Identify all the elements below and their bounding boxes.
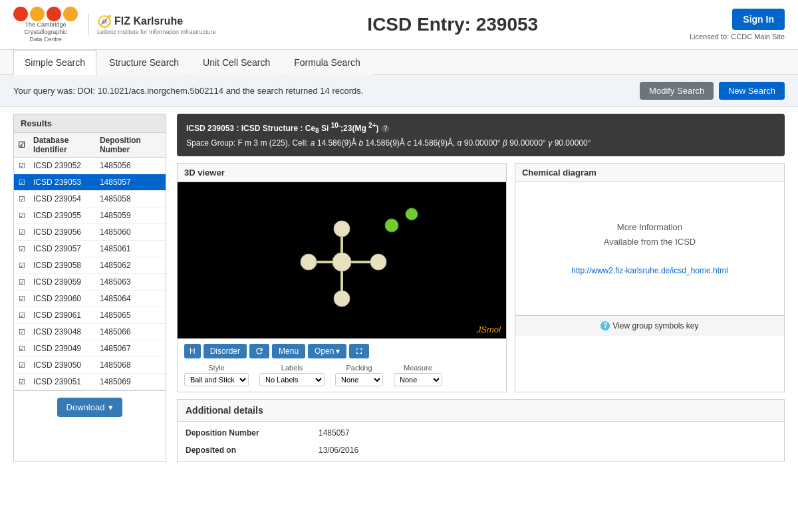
measure-select-group: Measure None Distance Angle <box>394 364 442 386</box>
download-button[interactable]: Download ▾ <box>57 398 123 417</box>
row-checkbox[interactable]: ☑ <box>14 191 29 207</box>
row-checkbox[interactable]: ☑ <box>14 357 29 374</box>
labels-select[interactable]: No Labels Element Atom Number <box>259 373 325 386</box>
fiz-name: FIZ Karlsruhe <box>114 15 183 27</box>
row-checkbox[interactable]: ☑ <box>14 207 29 224</box>
table-row[interactable]: ☑ICSD 2390611485065 <box>14 307 166 324</box>
btn-disorder[interactable]: Disorder <box>203 344 247 358</box>
table-row[interactable]: ☑ICSD 2390561485060 <box>14 224 166 241</box>
diagram-header: Chemical diagram <box>515 164 784 182</box>
checkbox-icon: ☑ <box>19 378 25 386</box>
row-checkbox[interactable]: ☑ <box>14 307 29 324</box>
labels-select-group: Labels No Labels Element Atom Number <box>259 364 325 386</box>
style-label: Style <box>184 364 249 372</box>
btn-menu[interactable]: Menu <box>272 344 305 358</box>
btn-h[interactable]: H <box>184 344 201 358</box>
app-header: The Cambridge Crystallographic Data Cent… <box>0 0 798 50</box>
table-row[interactable]: ☑ICSD 2390531485057 <box>14 174 166 191</box>
sign-in-button[interactable]: Sign In <box>732 9 785 30</box>
viewer-controls: H Disorder Menu Open ▾ <box>178 338 506 392</box>
row-dep-num: 1485057 <box>96 174 166 191</box>
diagram-content: More InformationAvailable from the ICSD … <box>515 182 784 315</box>
row-checkbox[interactable]: ☑ <box>14 324 29 340</box>
checkbox-icon: ☑ <box>19 344 25 352</box>
modify-search-button[interactable]: Modify Search <box>640 82 714 100</box>
row-db-id: ICSD 239051 <box>29 374 96 390</box>
row-checkbox[interactable]: ☑ <box>14 174 29 191</box>
row-checkbox[interactable]: ☑ <box>14 274 29 291</box>
table-row[interactable]: ☑ICSD 2390541485058 <box>14 191 166 207</box>
table-row[interactable]: ☑ICSD 2390481485066 <box>14 324 166 340</box>
row-dep-num: 1485058 <box>96 191 166 207</box>
table-row[interactable]: ☑ICSD 2390501485068 <box>14 357 166 374</box>
row-dep-num: 1485060 <box>96 224 166 241</box>
detail-label-dep-num: Deposition Number <box>178 424 311 442</box>
svg-point-8 <box>301 254 317 270</box>
row-checkbox[interactable]: ☑ <box>14 158 29 174</box>
details-header: Additional details <box>178 400 784 422</box>
table-row[interactable]: ☑ICSD 2390521485056 <box>14 158 166 174</box>
checkbox-icon: ☑ <box>19 162 25 170</box>
table-row[interactable]: ☑ICSD 2390551485059 <box>14 207 166 224</box>
table-row[interactable]: ☑ICSD 2390601485064 <box>14 291 166 307</box>
checkbox-icon: ☑ <box>19 311 25 319</box>
packing-select-group: Packing None Unit Cell 2x2x2 <box>335 364 383 386</box>
tab-bar: Simple Search Structure Search Unit Cell… <box>0 50 798 75</box>
table-row[interactable]: ☑ICSD 2390581485062 <box>14 257 166 274</box>
diagram-link[interactable]: http://www2.fiz-karlsruhe.de/icsd_home.h… <box>571 264 728 277</box>
btn-reset[interactable] <box>249 344 269 358</box>
download-label: Download <box>66 402 105 412</box>
row-checkbox[interactable]: ☑ <box>14 224 29 241</box>
details-grid: Deposition Number 1485057 Deposited on 1… <box>178 422 784 462</box>
tab-structure-search[interactable]: Structure Search <box>98 50 190 75</box>
svg-point-11 <box>406 208 418 220</box>
select-all-checkbox[interactable]: ☑ <box>18 140 25 150</box>
row-checkbox[interactable]: ☑ <box>14 374 29 390</box>
viewer-panel: 3D viewer <box>177 163 507 392</box>
checkbox-icon: ☑ <box>19 211 25 219</box>
results-header: Results <box>14 114 166 133</box>
main-content: Results ☑ Database Identifier Deposition… <box>0 107 798 469</box>
results-scroll[interactable]: ☑ Database Identifier Deposition Number … <box>14 133 166 390</box>
row-checkbox[interactable]: ☑ <box>14 340 29 357</box>
row-checkbox[interactable]: ☑ <box>14 257 29 274</box>
row-checkbox[interactable]: ☑ <box>14 241 29 257</box>
detail-value-dep-num: 1485057 <box>311 424 784 442</box>
tab-formula-search[interactable]: Formula Search <box>283 50 372 75</box>
row-dep-num: 1485064 <box>96 291 166 307</box>
row-checkbox[interactable]: ☑ <box>14 291 29 307</box>
checkbox-icon: ☑ <box>19 328 25 336</box>
svg-point-10 <box>385 219 398 232</box>
row-dep-num: 1485067 <box>96 340 166 357</box>
measure-select[interactable]: None Distance Angle <box>394 373 442 386</box>
row-dep-num: 1485063 <box>96 274 166 291</box>
diagram-info-text: More InformationAvailable from the ICSD <box>604 220 696 249</box>
row-db-id: ICSD 239059 <box>29 274 96 291</box>
checkbox-icon: ☑ <box>19 228 25 236</box>
tab-unit-cell-search[interactable]: Unit Cell Search <box>192 50 281 75</box>
row-db-id: ICSD 239055 <box>29 207 96 224</box>
col-check: ☑ <box>14 133 29 158</box>
new-search-button[interactable]: New Search <box>719 82 785 100</box>
checkbox-icon: ☑ <box>19 261 25 269</box>
style-select[interactable]: Ball and Stick Spacefill Wireframe Stick <box>184 373 249 386</box>
expand-icon <box>354 346 364 356</box>
view-group-symbols-button[interactable]: ? View group symbols key <box>515 315 784 336</box>
viewer-canvas[interactable]: JSmol <box>178 182 506 338</box>
table-row[interactable]: ☑ICSD 2390491485067 <box>14 340 166 357</box>
tab-simple-search[interactable]: Simple Search <box>13 50 96 75</box>
svg-point-6 <box>334 221 350 237</box>
group-symbols-info-icon: ? <box>600 321 610 331</box>
search-actions: Modify Search New Search <box>640 82 785 100</box>
btn-expand[interactable] <box>349 344 369 358</box>
packing-select[interactable]: None Unit Cell 2x2x2 <box>335 373 383 386</box>
detail-value-dep-on: 13/06/2016 <box>311 442 784 459</box>
info-help-icon[interactable]: ? <box>381 125 390 132</box>
btn-open[interactable]: Open ▾ <box>308 344 346 358</box>
entry-info-line1: ICSD 239053 : ICSD Structure : Ce8 Si 10… <box>186 120 775 136</box>
ccdc-circle-red2 <box>47 7 61 21</box>
checkbox-icon: ☑ <box>19 178 25 186</box>
table-row[interactable]: ☑ICSD 2390571485061 <box>14 241 166 257</box>
table-row[interactable]: ☑ICSD 2390511485069 <box>14 374 166 390</box>
table-row[interactable]: ☑ICSD 2390591485063 <box>14 274 166 291</box>
